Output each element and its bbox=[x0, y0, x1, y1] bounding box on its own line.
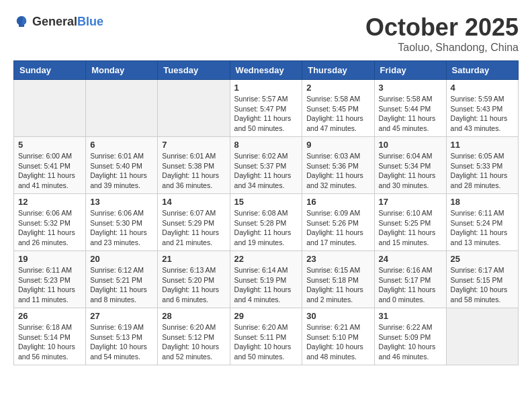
day-info: Sunrise: 6:06 AMSunset: 5:30 PMDaylight:… bbox=[90, 208, 153, 248]
day-number: 25 bbox=[451, 254, 514, 264]
calendar-cell: 24Sunrise: 6:16 AMSunset: 5:17 PMDayligh… bbox=[374, 251, 446, 308]
day-number: 12 bbox=[18, 197, 81, 207]
day-info: Sunrise: 6:19 AMSunset: 5:13 PMDaylight:… bbox=[90, 322, 153, 362]
calendar-cell: 31Sunrise: 6:22 AMSunset: 5:09 PMDayligh… bbox=[374, 308, 446, 365]
calendar-cell: 12Sunrise: 6:06 AMSunset: 5:32 PMDayligh… bbox=[14, 194, 86, 251]
day-number: 5 bbox=[18, 140, 81, 150]
calendar-cell: 19Sunrise: 6:11 AMSunset: 5:23 PMDayligh… bbox=[14, 251, 86, 308]
day-info: Sunrise: 6:03 AMSunset: 5:36 PMDaylight:… bbox=[306, 151, 369, 191]
day-of-week-header: Sunday bbox=[14, 61, 86, 80]
calendar-subtitle: Taoluo, Shandong, China bbox=[365, 42, 519, 54]
day-of-week-header: Friday bbox=[374, 61, 446, 80]
calendar-cell: 28Sunrise: 6:20 AMSunset: 5:12 PMDayligh… bbox=[158, 308, 230, 365]
day-info: Sunrise: 6:06 AMSunset: 5:32 PMDaylight:… bbox=[18, 208, 81, 248]
day-info: Sunrise: 6:20 AMSunset: 5:11 PMDaylight:… bbox=[234, 322, 298, 362]
day-info: Sunrise: 6:15 AMSunset: 5:18 PMDaylight:… bbox=[306, 265, 369, 305]
day-info: Sunrise: 6:08 AMSunset: 5:28 PMDaylight:… bbox=[234, 208, 298, 248]
calendar-week-row: 12Sunrise: 6:06 AMSunset: 5:32 PMDayligh… bbox=[14, 194, 519, 251]
logo: GeneralBlue bbox=[13, 13, 103, 30]
calendar-cell: 3Sunrise: 5:58 AMSunset: 5:44 PMDaylight… bbox=[374, 80, 446, 137]
day-info: Sunrise: 6:14 AMSunset: 5:19 PMDaylight:… bbox=[234, 265, 298, 305]
title-block: October 2025 Taoluo, Shandong, China bbox=[365, 13, 519, 54]
calendar-cell: 14Sunrise: 6:07 AMSunset: 5:29 PMDayligh… bbox=[158, 194, 230, 251]
day-info: Sunrise: 6:01 AMSunset: 5:40 PMDaylight:… bbox=[90, 151, 153, 191]
day-info: Sunrise: 6:07 AMSunset: 5:29 PMDaylight:… bbox=[162, 208, 225, 248]
calendar-cell: 10Sunrise: 6:04 AMSunset: 5:34 PMDayligh… bbox=[374, 137, 446, 194]
day-number: 17 bbox=[379, 197, 442, 207]
calendar-cell: 27Sunrise: 6:19 AMSunset: 5:13 PMDayligh… bbox=[86, 308, 158, 365]
calendar-cell: 18Sunrise: 6:11 AMSunset: 5:24 PMDayligh… bbox=[446, 194, 518, 251]
day-info: Sunrise: 6:22 AMSunset: 5:09 PMDaylight:… bbox=[379, 322, 442, 362]
day-number: 11 bbox=[451, 140, 514, 150]
day-info: Sunrise: 6:01 AMSunset: 5:38 PMDaylight:… bbox=[162, 151, 225, 191]
day-number: 31 bbox=[379, 311, 442, 321]
day-info: Sunrise: 6:17 AMSunset: 5:15 PMDaylight:… bbox=[451, 265, 514, 305]
day-number: 23 bbox=[306, 254, 369, 264]
day-info: Sunrise: 6:20 AMSunset: 5:12 PMDaylight:… bbox=[162, 322, 225, 362]
day-number: 9 bbox=[306, 140, 369, 150]
calendar-cell: 4Sunrise: 5:59 AMSunset: 5:43 PMDaylight… bbox=[446, 80, 518, 137]
calendar-cell: 17Sunrise: 6:10 AMSunset: 5:25 PMDayligh… bbox=[374, 194, 446, 251]
calendar-cell: 21Sunrise: 6:13 AMSunset: 5:20 PMDayligh… bbox=[158, 251, 230, 308]
calendar-cell: 5Sunrise: 6:00 AMSunset: 5:41 PMDaylight… bbox=[14, 137, 86, 194]
day-info: Sunrise: 6:18 AMSunset: 5:14 PMDaylight:… bbox=[18, 322, 81, 362]
logo-text-general: General bbox=[32, 15, 77, 28]
day-number: 10 bbox=[379, 140, 442, 150]
calendar-week-row: 5Sunrise: 6:00 AMSunset: 5:41 PMDaylight… bbox=[14, 137, 519, 194]
day-number: 3 bbox=[379, 83, 442, 93]
day-of-week-header: Thursday bbox=[302, 61, 374, 80]
calendar-cell bbox=[14, 80, 86, 137]
calendar-cell: 2Sunrise: 5:58 AMSunset: 5:45 PMDaylight… bbox=[302, 80, 374, 137]
calendar-title: October 2025 bbox=[365, 13, 519, 42]
day-info: Sunrise: 6:11 AMSunset: 5:24 PMDaylight:… bbox=[451, 208, 514, 248]
day-number: 24 bbox=[379, 254, 442, 264]
day-of-week-header: Wednesday bbox=[230, 61, 302, 80]
day-info: Sunrise: 6:09 AMSunset: 5:26 PMDaylight:… bbox=[306, 208, 369, 248]
day-number: 22 bbox=[234, 254, 298, 264]
calendar-cell: 15Sunrise: 6:08 AMSunset: 5:28 PMDayligh… bbox=[230, 194, 302, 251]
day-number: 16 bbox=[306, 197, 369, 207]
day-number: 1 bbox=[234, 83, 298, 93]
day-info: Sunrise: 6:13 AMSunset: 5:20 PMDaylight:… bbox=[162, 265, 225, 305]
day-info: Sunrise: 6:12 AMSunset: 5:21 PMDaylight:… bbox=[90, 265, 153, 305]
day-number: 14 bbox=[162, 197, 225, 207]
day-number: 26 bbox=[18, 311, 81, 321]
calendar-table: SundayMondayTuesdayWednesdayThursdayFrid… bbox=[13, 60, 519, 365]
day-of-week-header: Tuesday bbox=[158, 61, 230, 80]
calendar-cell bbox=[158, 80, 230, 137]
calendar-cell: 11Sunrise: 6:05 AMSunset: 5:33 PMDayligh… bbox=[446, 137, 518, 194]
day-info: Sunrise: 6:00 AMSunset: 5:41 PMDaylight:… bbox=[18, 151, 81, 191]
day-number: 21 bbox=[162, 254, 225, 264]
calendar-cell: 8Sunrise: 6:02 AMSunset: 5:37 PMDaylight… bbox=[230, 137, 302, 194]
calendar-week-row: 1Sunrise: 5:57 AMSunset: 5:47 PMDaylight… bbox=[14, 80, 519, 137]
day-number: 2 bbox=[306, 83, 369, 93]
calendar-cell: 13Sunrise: 6:06 AMSunset: 5:30 PMDayligh… bbox=[86, 194, 158, 251]
day-of-week-header: Monday bbox=[86, 61, 158, 80]
calendar-cell: 22Sunrise: 6:14 AMSunset: 5:19 PMDayligh… bbox=[230, 251, 302, 308]
day-number: 30 bbox=[306, 311, 369, 321]
day-info: Sunrise: 6:05 AMSunset: 5:33 PMDaylight:… bbox=[451, 151, 514, 191]
day-number: 7 bbox=[162, 140, 225, 150]
calendar-cell: 23Sunrise: 6:15 AMSunset: 5:18 PMDayligh… bbox=[302, 251, 374, 308]
day-info: Sunrise: 5:58 AMSunset: 5:44 PMDaylight:… bbox=[379, 94, 442, 134]
logo-text-blue: Blue bbox=[77, 15, 103, 28]
calendar-week-row: 26Sunrise: 6:18 AMSunset: 5:14 PMDayligh… bbox=[14, 308, 519, 365]
day-of-week-header: Saturday bbox=[446, 61, 518, 80]
day-number: 13 bbox=[90, 197, 153, 207]
page-header: GeneralBlue October 2025 Taoluo, Shandon… bbox=[13, 13, 519, 54]
day-info: Sunrise: 6:10 AMSunset: 5:25 PMDaylight:… bbox=[379, 208, 442, 248]
calendar-cell: 7Sunrise: 6:01 AMSunset: 5:38 PMDaylight… bbox=[158, 137, 230, 194]
day-number: 27 bbox=[90, 311, 153, 321]
day-info: Sunrise: 6:04 AMSunset: 5:34 PMDaylight:… bbox=[379, 151, 442, 191]
calendar-cell: 6Sunrise: 6:01 AMSunset: 5:40 PMDaylight… bbox=[86, 137, 158, 194]
day-number: 4 bbox=[451, 83, 514, 93]
calendar-cell: 26Sunrise: 6:18 AMSunset: 5:14 PMDayligh… bbox=[14, 308, 86, 365]
day-number: 6 bbox=[90, 140, 153, 150]
day-number: 20 bbox=[90, 254, 153, 264]
day-number: 15 bbox=[234, 197, 298, 207]
day-info: Sunrise: 5:58 AMSunset: 5:45 PMDaylight:… bbox=[306, 94, 369, 134]
day-info: Sunrise: 6:11 AMSunset: 5:23 PMDaylight:… bbox=[18, 265, 81, 305]
day-info: Sunrise: 5:59 AMSunset: 5:43 PMDaylight:… bbox=[451, 94, 514, 134]
calendar-header-row: SundayMondayTuesdayWednesdayThursdayFrid… bbox=[14, 61, 519, 80]
day-number: 18 bbox=[451, 197, 514, 207]
